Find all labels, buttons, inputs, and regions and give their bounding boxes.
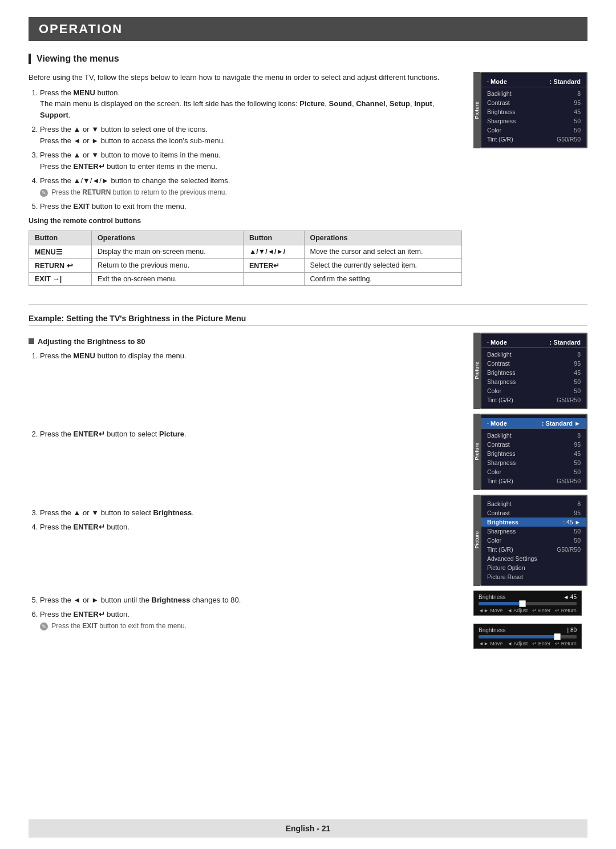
menu-screenshot-1: · Mode : Standard Backlight8 Contrast95 … (480, 72, 587, 148)
menu-row-brightness-highlighted: Brightness: 45 ► (481, 518, 586, 527)
btn-empty (243, 272, 304, 285)
section-header: OPERATION (29, 17, 587, 41)
slider-thumb-2 (554, 633, 561, 640)
section-example: Example: Setting the TV's Brightness in … (29, 314, 587, 652)
menu-row: Backlight8 (481, 431, 586, 440)
col-operations2: Operations (304, 231, 462, 245)
slider-label-2: Brightness | 80 (479, 627, 577, 633)
step-3: Press the ▲ or ▼ button to move to items… (40, 149, 462, 172)
example-sidebar: Picture · Mode : Standard Backlight8 Con… (473, 333, 587, 652)
menu-row-color-1: Color50 (481, 126, 586, 135)
bullet-square-icon (29, 338, 34, 344)
menu-row-tint-1: Tint (G/R)G50/R50 (481, 135, 586, 144)
col-button2: Button (243, 231, 304, 245)
menu-row: Color50 (481, 467, 586, 476)
example-step-6: Press the ENTER↵ button. ✎ Press the EXI… (40, 609, 462, 631)
spacer-2 (29, 444, 462, 507)
op-confirm: Confirm the setting. (304, 272, 462, 285)
example-step-4: Press the ENTER↵ button. (40, 521, 462, 533)
subsection-title-viewing: Viewing the menus (29, 54, 587, 64)
menu-row: Sharpness50 (481, 377, 586, 386)
slider-brightness-45: Brightness ◄ 45 ◄► Move◄ Adjust↵ Enter↩ … (473, 591, 582, 616)
btn-menu: MENU☰ (29, 245, 92, 258)
menu-header-2: · Mode : Standard (481, 337, 586, 348)
table-row: MENU☰ Display the main on-screen menu. ▲… (29, 245, 462, 258)
menu-row: Contrast95 (481, 508, 586, 518)
menu-row-contrast-1: Contrast95 (481, 98, 586, 107)
menu-screenshot-2: · Mode : Standard Backlight8 Contrast95 … (480, 333, 587, 409)
menu-row: Backlight8 (481, 350, 586, 359)
menu-row: Tint (G/R)G50/R50 (481, 476, 586, 486)
slider-label-1: Brightness ◄ 45 (479, 594, 577, 600)
example-step-3: Press the ▲ or ▼ button to select Bright… (40, 507, 462, 519)
section-header-title: OPERATION (39, 22, 123, 36)
menu-screenshot-4-wrapper: Picture Backlight8 Contrast95 Brightness… (473, 495, 587, 586)
menu-row: Contrast95 (481, 440, 586, 449)
slider-track-1 (479, 602, 577, 605)
op-return: Return to the previous menu. (92, 258, 244, 272)
menu-row-sharpness-1: Sharpness50 (481, 116, 586, 126)
menu-header-1: · Mode : Standard (481, 76, 586, 87)
menu-row-brightness-1: Brightness45 (481, 107, 586, 116)
menu-row: Sharpness50 (481, 458, 586, 467)
menu-screenshot-1-wrapper: Picture · Mode : Standard Backlight8 Con… (473, 72, 587, 148)
footer-text: English - 21 (286, 824, 331, 833)
menu-row: Tint (G/R)G50/R50 (481, 545, 586, 554)
menu-screenshot-3: · Mode : Standard ► Backlight8 Contrast9… (480, 414, 587, 490)
example-steps-list-5: Press the ◄ or ► button until the Bright… (40, 595, 462, 632)
page: OPERATION Viewing the menus Before using… (0, 0, 616, 849)
op-exit: Exit the on-screen menu. (92, 272, 244, 285)
example-step-2: Press the ENTER↵ button to select Pictur… (40, 428, 462, 440)
steps-list: Press the MENU button. The main menu is … (40, 87, 462, 212)
example-text: Adjusting the Brightness to 80 Press the… (29, 333, 462, 652)
op-menu: Display the main on-screen menu. (92, 245, 244, 258)
btn-exit: EXIT →| (29, 272, 92, 285)
example-title: Example: Setting the TV's Brightness in … (29, 314, 587, 326)
step-2: Press the ▲ or ▼ button to select one of… (40, 124, 462, 146)
example-step-5: Press the ◄ or ► button until the Bright… (40, 595, 462, 606)
slider-thumb-1 (519, 600, 526, 607)
slider-brightness-80: Brightness | 80 ◄► Move◄ Adjust↵ Enter↩ … (473, 624, 582, 649)
slider-fill-2 (479, 635, 557, 638)
menu-row: Color50 (481, 536, 586, 545)
example-steps-list: Press the MENU button to display the men… (40, 350, 462, 362)
menu-header-3: · Mode : Standard ► (481, 418, 586, 429)
menu-screenshot-3-wrapper: Picture · Mode : Standard ► Backlight8 C… (473, 414, 587, 490)
slider-controls-2: ◄► Move◄ Adjust↵ Enter↩ Return (479, 641, 577, 646)
menu-screenshot-4: Backlight8 Contrast95 Brightness: 45 ► S… (480, 495, 587, 586)
menu-row: Picture Option (481, 563, 586, 572)
menu-row: Color50 (481, 386, 586, 395)
section-divider (29, 304, 587, 305)
menu-row: Picture Reset (481, 572, 586, 581)
menu-mode-value-1: : Standard (550, 78, 581, 85)
btn-arrows: ▲/▼/◄/►/ (243, 245, 304, 258)
step-1: Press the MENU button. The main menu is … (40, 87, 462, 121)
menu-screenshot-1-sidebar: Picture · Mode : Standard Backlight8 Con… (473, 72, 587, 295)
slider-fill-1 (479, 602, 522, 605)
menu-row: Sharpness50 (481, 527, 586, 536)
sub-bullet-adjusting: Adjusting the Brightness to 80 (29, 337, 462, 346)
btn-enter: ENTER↵ (243, 258, 304, 272)
menu-screenshot-2-wrapper: Picture · Mode : Standard Backlight8 Con… (473, 333, 587, 409)
slider-track-2 (479, 635, 577, 638)
spacer-1 (29, 366, 462, 428)
table-row: EXIT →| Exit the on-screen menu. Confirm… (29, 272, 462, 285)
section-viewing-menus: Viewing the menus Before using the TV, f… (29, 54, 587, 295)
menu-row-backlight-1: Backlight8 (481, 89, 586, 98)
menu-row: Brightness45 (481, 368, 586, 377)
col-operations1: Operations (92, 231, 244, 245)
example-content-row: Adjusting the Brightness to 80 Press the… (29, 333, 587, 652)
menu-row: Advanced Settings (481, 554, 586, 563)
step-5: Press the EXIT button to exit from the m… (40, 201, 462, 212)
table-row: RETURN ↩ Return to the previous menu. EN… (29, 258, 462, 272)
spacer-3 (29, 537, 462, 595)
menu-row: Brightness45 (481, 449, 586, 458)
op-arrows: Move the cursor and select an item. (304, 245, 462, 258)
viewing-menus-text: Before using the TV, follow the steps be… (29, 72, 462, 295)
menu-row: Backlight8 (481, 499, 586, 508)
example-steps-list-2: Press the ENTER↵ button to select Pictur… (40, 428, 462, 440)
menu-row: Contrast95 (481, 359, 586, 368)
col-button1: Button (29, 231, 92, 245)
slider-controls-1: ◄► Move◄ Adjust↵ Enter↩ Return (479, 608, 577, 613)
example-steps-list-3: Press the ▲ or ▼ button to select Bright… (40, 507, 462, 533)
